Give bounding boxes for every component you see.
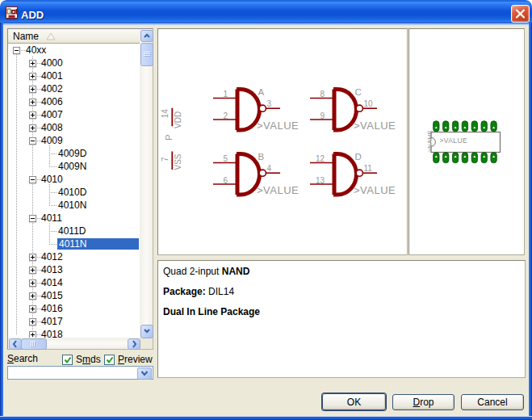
svg-text:4: 4 <box>267 164 272 173</box>
svg-text:7: 7 <box>161 157 170 162</box>
svg-text:>VALUE: >VALUE <box>440 136 468 145</box>
svg-text:VDD: VDD <box>174 111 182 128</box>
svg-text:B: B <box>258 152 265 162</box>
svg-text:14: 14 <box>161 109 170 119</box>
svg-text:13: 13 <box>316 176 325 185</box>
svg-text:D: D <box>355 152 362 162</box>
svg-text:>VALUE: >VALUE <box>354 184 396 196</box>
svg-text:2: 2 <box>223 111 228 120</box>
svg-text:11: 11 <box>364 164 373 173</box>
svg-text:5: 5 <box>223 154 228 163</box>
svg-text:>VALUE: >VALUE <box>354 120 396 132</box>
svg-text:10: 10 <box>364 99 374 108</box>
svg-text:A: A <box>258 87 265 97</box>
svg-text:3: 3 <box>267 99 272 108</box>
svg-text:12: 12 <box>316 154 325 163</box>
svg-text:6: 6 <box>223 176 228 185</box>
svg-text:C: C <box>355 87 362 97</box>
svg-text:>NAME: >NAME <box>426 130 434 153</box>
svg-text:P: P <box>164 134 174 141</box>
svg-text:9: 9 <box>320 111 325 120</box>
svg-text:1: 1 <box>223 90 228 99</box>
svg-text:>VALUE: >VALUE <box>257 120 299 132</box>
svg-text:8: 8 <box>320 90 325 99</box>
svg-text:VSS: VSS <box>174 153 182 170</box>
svg-text:>VALUE: >VALUE <box>257 184 299 196</box>
